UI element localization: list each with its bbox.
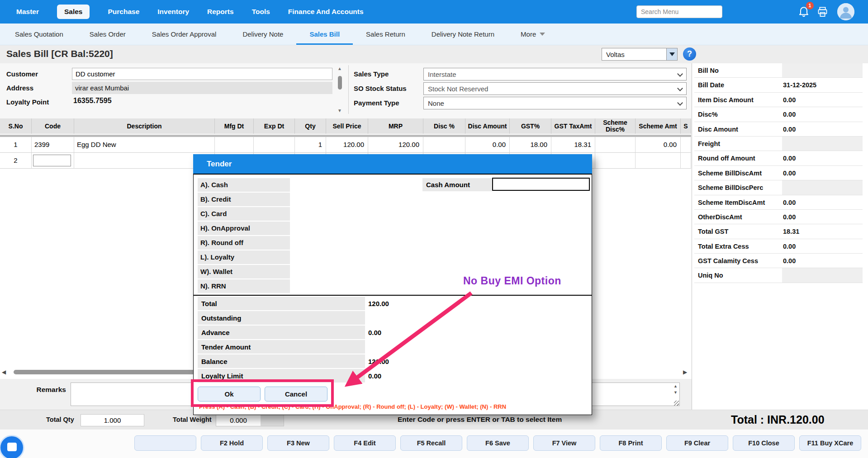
tab-more[interactable]: More [508, 24, 558, 45]
so-stock-status-select[interactable]: Stock Not Reserved [423, 82, 687, 95]
tender-summary-row: Tender Amount [194, 340, 592, 354]
function-button[interactable] [134, 435, 196, 451]
code-entry-input[interactable] [33, 155, 71, 166]
tender-dialog-buttons: Ok Cancel [198, 387, 327, 401]
page-title: Sales Bill [CR Bal:5220] [6, 48, 113, 59]
scroll-up-icon[interactable]: ▲ [337, 66, 342, 71]
function-button[interactable]: F4 Edit [334, 435, 396, 451]
user-avatar[interactable] [837, 3, 854, 20]
sales-subnav: Sales Quotation Sales Order Sales Order … [0, 24, 868, 45]
function-button[interactable]: F10 Close [733, 435, 795, 451]
address-field[interactable]: virar east Mumbai [72, 82, 332, 94]
summary-label: Scheme ItemDiscAmt [694, 195, 782, 209]
sales-type-label: Sales Type [354, 70, 389, 78]
company-select-dropdown-button[interactable] [666, 48, 677, 60]
scroll-left-icon[interactable]: ◀ [2, 369, 6, 375]
tender-option[interactable]: N). RRN [198, 279, 290, 293]
resize-handle[interactable] [674, 401, 679, 406]
tender-options-list: A). Cash B). Credit C). Card H). OnAppro… [198, 178, 290, 294]
scroll-right-icon[interactable]: ▶ [683, 369, 687, 375]
tender-option[interactable]: H). OnApproval [198, 222, 290, 235]
tender-option[interactable]: B). Credit [198, 193, 290, 206]
tender-option[interactable]: W). Wallet [198, 265, 290, 279]
payment-type-select[interactable]: None [423, 97, 687, 109]
print-button[interactable] [816, 6, 829, 20]
function-button[interactable]: F8 Print [600, 435, 662, 451]
form-divider [348, 65, 349, 114]
col-description: Description [74, 118, 215, 134]
col-gst-pct: GST% [510, 118, 551, 134]
scrollbar-thumb[interactable] [338, 76, 342, 90]
customer-label: Customer [6, 70, 38, 78]
summary-label: Uniq No [694, 268, 782, 282]
function-button[interactable]: F11 Buy XCare [799, 435, 861, 451]
tender-summary-value [365, 311, 368, 326]
chevron-down-icon [677, 85, 683, 91]
tender-option[interactable]: R). Round off [198, 236, 290, 250]
total-weight-input[interactable] [216, 414, 261, 426]
summary-label: OtherDiscAmt [694, 210, 782, 224]
total-qty-input[interactable] [81, 414, 144, 426]
items-table-header: S.No Code Description Mfg Dt Exp Dt Qty … [0, 118, 691, 134]
tab-sales-return[interactable]: Sales Return [353, 24, 418, 45]
nav-inventory[interactable]: Inventory [157, 8, 189, 16]
summary-row: Freight [694, 137, 863, 151]
col-sno: S.No [0, 118, 32, 134]
search-input[interactable] [636, 5, 722, 18]
tab-sales-quotation[interactable]: Sales Quotation [2, 24, 76, 45]
form-vertical-scrollbar: ▲ ▼ [337, 66, 343, 113]
spin-up-icon[interactable]: ▲ [674, 384, 678, 388]
summary-row: Total Extra Cess 0.00 [694, 239, 863, 254]
nav-tools[interactable]: Tools [252, 8, 270, 16]
nav-finance-and-accounts[interactable]: Finance And Accounts [288, 8, 364, 16]
summary-row: Bill No [694, 63, 863, 78]
cash-amount-input[interactable] [492, 178, 590, 191]
function-button[interactable]: F7 View [533, 435, 595, 451]
ok-button[interactable]: Ok [198, 387, 261, 401]
customer-input[interactable] [72, 68, 332, 80]
tender-summary-row: Balance 120.00 [194, 354, 592, 369]
summary-value: 0.00 [782, 107, 863, 121]
summary-label: GST Calamity Cess [694, 254, 782, 268]
nav-purchase[interactable]: Purchase [108, 8, 139, 16]
function-button[interactable]: F2 Hold [201, 435, 263, 451]
col-mfg-dt: Mfg Dt [215, 118, 254, 134]
summary-value [782, 137, 863, 151]
company-select[interactable]: Voltas [602, 48, 678, 61]
cell-description: Egg DD New [74, 137, 215, 153]
tab-sales-order-approval[interactable]: Sales Order Approval [139, 24, 230, 45]
scroll-down-icon[interactable]: ▼ [337, 108, 342, 113]
nav-master[interactable]: Master [16, 8, 39, 16]
summary-label: Total Extra Cess [694, 239, 782, 253]
tender-summary-label: Balance [198, 354, 365, 369]
tender-option[interactable]: A). Cash [198, 178, 290, 192]
printer-icon [816, 6, 829, 18]
tender-option[interactable]: C). Card [198, 207, 290, 221]
sales-bill-screen: Master Sales Purchase Inventory Reports … [0, 0, 868, 458]
nav-sales-active[interactable]: Sales [57, 5, 90, 19]
chat-widget-button[interactable] [0, 435, 24, 458]
nav-reports[interactable]: Reports [207, 8, 234, 16]
summary-label: Bill No [694, 63, 782, 77]
function-button[interactable]: F9 Clear [666, 435, 728, 451]
person-icon [837, 3, 854, 20]
tender-option[interactable]: L). Loyalty [198, 250, 290, 264]
summary-row: Scheme BillDiscAmt 0.00 [694, 166, 863, 180]
tab-delivery-note-return[interactable]: Delivery Note Return [418, 24, 508, 45]
spin-down-icon[interactable]: ▼ [674, 391, 678, 395]
help-button[interactable]: ? [683, 47, 696, 61]
payment-type-value: None [428, 99, 444, 107]
function-button[interactable]: F6 Save [467, 435, 529, 451]
col-truncated: S [681, 118, 691, 134]
tab-sales-order[interactable]: Sales Order [76, 24, 139, 45]
function-button[interactable]: F5 Recall [400, 435, 462, 451]
function-button[interactable]: F3 New [267, 435, 329, 451]
tab-sales-bill-active[interactable]: Sales Bill [296, 24, 353, 45]
bill-header-form: Customer Address virar east Mumbai Loyal… [0, 63, 692, 118]
notifications-button[interactable]: 1 [797, 5, 812, 20]
tab-delivery-note[interactable]: Delivery Note [229, 24, 296, 45]
cell-truncated [681, 137, 691, 153]
cancel-button[interactable]: Cancel [265, 387, 327, 401]
cell-mfg-dt [215, 137, 254, 153]
sales-type-select[interactable]: Interstate [423, 68, 687, 80]
